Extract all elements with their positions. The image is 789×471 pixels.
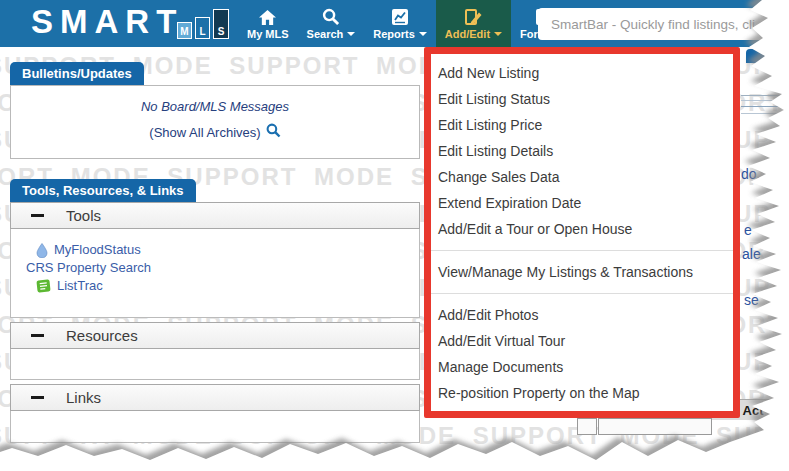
link-listtrac[interactable]: ListTrac: [26, 277, 419, 295]
torn-cell-fragment: [598, 418, 712, 435]
mls-box-m: M: [177, 22, 192, 39]
torn-line-fragment: [741, 100, 789, 101]
caret-down-icon: [419, 32, 427, 36]
nav-label: Search: [307, 28, 356, 40]
nav-label: Reports: [373, 28, 427, 40]
green-doc-icon: [36, 279, 51, 293]
links-section-header[interactable]: Links: [10, 384, 420, 411]
nav-item-add-edit[interactable]: Add/Edit: [436, 0, 511, 47]
menu-item-edit-listing-details[interactable]: Edit Listing Details: [431, 138, 733, 164]
tools-resources-links-tab: Tools, Resources, & Links: [10, 179, 196, 202]
search-icon: [322, 7, 340, 27]
add-edit-dropdown-highlighted: Add New Listing Edit Listing Status Edit…: [424, 47, 740, 418]
nav-item-my-mls[interactable]: My MLS: [238, 0, 298, 47]
mls-box-l: L: [195, 17, 210, 39]
menu-separator: [431, 293, 733, 294]
torn-link-fragment: e: [744, 222, 752, 238]
menu-item-edit-listing-status[interactable]: Edit Listing Status: [431, 86, 733, 112]
menu-item-extend-expiration-date[interactable]: Extend Expiration Date: [431, 190, 733, 216]
reports-icon: [391, 7, 409, 27]
smartbar-search: [538, 8, 778, 40]
top-navbar: SMART M L S My MLS Search: [0, 0, 789, 47]
nav-label: Add/Edit: [445, 28, 502, 40]
torn-link-fragment: ale: [742, 246, 761, 262]
tools-section-body: MyFloodStatus CRS Property Search ListTr…: [10, 229, 420, 318]
menu-item-add-edit-virtual-tour[interactable]: Add/Edit Virtual Tour: [431, 328, 733, 354]
no-messages-text: No Board/MLS Messages: [11, 99, 419, 114]
torn-line-fragment: [741, 106, 789, 107]
show-all-archives-link[interactable]: (Show All Archives): [149, 123, 280, 141]
bulletins-updates-tab: Bulletins/Updates: [10, 62, 144, 85]
collapse-minus-icon: [31, 214, 44, 217]
menu-item-add-edit-tour-open-house[interactable]: Add/Edit a Tour or Open House: [431, 216, 733, 242]
edit-icon: [464, 7, 483, 27]
link-crs-property-search[interactable]: CRS Property Search: [26, 259, 419, 277]
links-section-body: [10, 411, 420, 443]
torn-panel-header-fragment: [746, 49, 789, 63]
menu-item-edit-listing-price[interactable]: Edit Listing Price: [431, 112, 733, 138]
resources-section-header[interactable]: Resources: [10, 322, 420, 349]
water-drop-icon: [36, 243, 48, 258]
caret-down-icon: [347, 32, 355, 36]
menu-item-add-new-listing[interactable]: Add New Listing: [431, 60, 733, 86]
smart-logo: SMART: [31, 3, 183, 41]
smartbar-input[interactable]: [538, 8, 778, 40]
menu-separator: [431, 250, 733, 251]
menu-item-view-manage-listings[interactable]: View/Manage My Listings & Transactions: [431, 259, 733, 285]
menu-item-reposition-property-map[interactable]: Re-position Property on the Map: [431, 380, 733, 406]
resources-section-body: [10, 349, 420, 380]
mls-logo-boxes: M L S: [177, 8, 229, 39]
caret-down-icon: [494, 32, 502, 36]
torn-link-fragment: se: [744, 292, 759, 308]
menu-item-change-sales-data[interactable]: Change Sales Data: [431, 164, 733, 190]
torn-cell-fragment: [577, 418, 597, 435]
collapse-minus-icon: [31, 334, 44, 337]
smartmls-app: SUPPORT MODE SUPPORT MODE SUPPORT MODE S…: [0, 0, 789, 471]
magnifier-icon: [266, 123, 281, 141]
torn-line-fragment: [741, 95, 789, 96]
nav-item-search[interactable]: Search: [298, 0, 365, 47]
tools-section-header[interactable]: Tools: [10, 202, 420, 229]
torn-link-fragment: do.: [741, 166, 760, 182]
torn-line-fragment: [741, 113, 789, 114]
mls-box-s: S: [213, 9, 229, 39]
menu-item-add-edit-photos[interactable]: Add/Edit Photos: [431, 302, 733, 328]
link-myfloodstatus[interactable]: MyFloodStatus: [26, 241, 419, 259]
menu-item-manage-documents[interactable]: Manage Documents: [431, 354, 733, 380]
nav-item-reports[interactable]: Reports: [364, 0, 436, 47]
watermark-row: SUPPORT MODE SUPPORT MODE SUPPORT MODE S…: [0, 454, 789, 471]
collapse-minus-icon: [31, 396, 44, 399]
bulletins-panel: No Board/MLS Messages (Show All Archives…: [10, 85, 420, 159]
home-icon: [258, 7, 277, 27]
nav-label: My MLS: [247, 28, 289, 40]
nav-menu: My MLS Search Reports Add/Edit: [238, 0, 575, 47]
